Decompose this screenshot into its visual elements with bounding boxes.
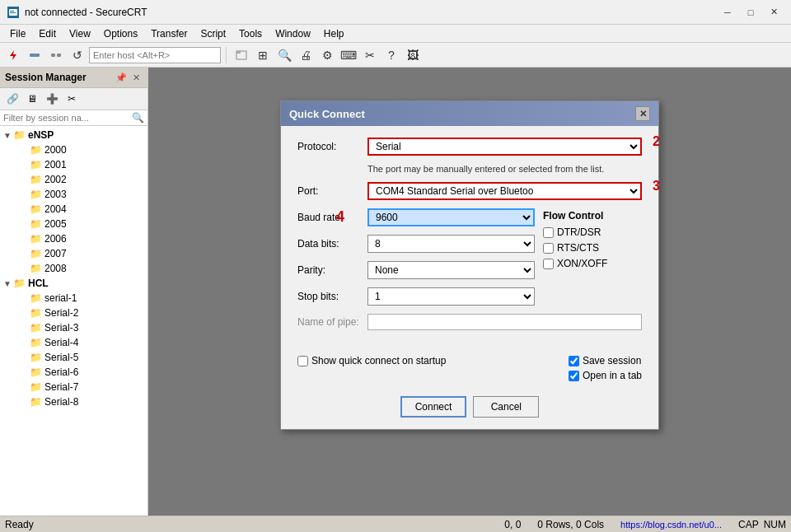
tree-group-ensp[interactable]: ▼ 📁 eNSP <box>0 128 147 142</box>
tree-item-2006[interactable]: 📁 2006 <box>0 231 147 246</box>
folder-serial7-icon: 📁 <box>30 381 42 393</box>
port-select[interactable]: COM4 Standard Serial over Bluetoo <box>367 182 642 200</box>
tree-item-serial6[interactable]: 📁 Serial-6 <box>0 365 147 380</box>
baud-select[interactable]: 9600 19200 38400 57600 115200 <box>367 208 535 226</box>
tree-item-2003[interactable]: 📁 2003 <box>0 187 147 202</box>
close-sidebar-icon[interactable]: ✕ <box>129 71 143 84</box>
open-in-tab-checkbox[interactable] <box>569 371 579 381</box>
tree-item-2008[interactable]: 📁 2008 <box>0 261 147 276</box>
tree-item-2005[interactable]: 📁 2005 <box>0 217 147 231</box>
rts-cts-label: RTS/CTS <box>557 242 599 254</box>
connect-quick-button[interactable] <box>3 45 23 65</box>
menu-script[interactable]: Script <box>194 26 232 41</box>
print-button[interactable]: 🖨 <box>296 45 316 65</box>
main-area: Session Manager 📌 ✕ 🔗 🖥 ➕ ✂ 🔍 ▼ 📁 eNSP <box>0 68 791 516</box>
tree-item-2007[interactable]: 📁 2007 <box>0 246 147 261</box>
reconnect-button[interactable]: ↺ <box>68 45 87 65</box>
status-bar: Ready 0, 0 0 Rows, 0 Cols https://blog.c… <box>0 516 791 532</box>
tree-label-ensp: eNSP <box>28 129 54 141</box>
pin-icon[interactable]: 📌 <box>115 71 128 84</box>
rts-cts-checkbox[interactable] <box>543 243 554 254</box>
baud-label: Baud rate: <box>297 212 367 223</box>
protocol-select[interactable]: Serial SSH2 Telnet <box>367 138 642 156</box>
tree-item-serial5[interactable]: 📁 Serial-5 <box>0 350 147 365</box>
svg-rect-3 <box>10 12 16 13</box>
tree-label-serial4: Serial-4 <box>44 337 78 348</box>
menu-file[interactable]: File <box>3 26 32 41</box>
keymap-button[interactable]: ⌨ <box>339 45 358 65</box>
parity-select[interactable]: None Odd Even Mark Space <box>367 261 535 279</box>
host-input[interactable] <box>89 47 221 63</box>
clone-button[interactable]: ⊞ <box>253 45 273 65</box>
dialog-content: Protocol: Serial SSH2 Telnet 2 The port … <box>281 126 658 350</box>
menu-tools[interactable]: Tools <box>232 26 269 41</box>
stopbits-select[interactable]: 1 1.5 2 <box>367 287 535 306</box>
dialog-close-button[interactable]: ✕ <box>635 106 650 121</box>
sidebar-header-icons: 📌 ✕ <box>115 71 143 84</box>
databits-row: Data bits: 8 7 6 5 <box>297 235 535 253</box>
stopbits-control: 1 1.5 2 <box>367 287 535 306</box>
show-quick-connect-checkbox[interactable] <box>297 356 308 366</box>
svg-point-6 <box>30 54 34 57</box>
maximize-button[interactable]: □ <box>740 4 761 21</box>
menu-help[interactable]: Help <box>317 26 351 41</box>
tree-item-2002[interactable]: 📁 2002 <box>0 172 147 187</box>
tree-item-2004[interactable]: 📁 2004 <box>0 202 147 217</box>
disconnect-button[interactable] <box>46 45 66 65</box>
new-tab-button[interactable] <box>232 45 251 65</box>
new-session-button[interactable]: 🖥 <box>23 91 41 107</box>
tree-item-2000[interactable]: 📁 2000 <box>0 142 147 157</box>
tree-item-2001[interactable]: 📁 2001 <box>0 157 147 172</box>
photo-button[interactable]: 🖼 <box>403 45 423 65</box>
dtr-dsr-checkbox[interactable] <box>543 227 554 238</box>
save-session-checkbox[interactable] <box>569 356 579 366</box>
connect-button[interactable]: Connect <box>400 396 467 418</box>
show-quick-connect-label: Show quick connect on startup <box>311 355 446 366</box>
annotation-4: 4 <box>336 208 344 226</box>
cancel-button[interactable]: Cancel <box>473 396 539 418</box>
expand-hcl-icon: ▼ <box>3 279 13 288</box>
svg-rect-2 <box>10 11 14 12</box>
tree-item-serial1[interactable]: 📁 serial-1 <box>0 291 147 306</box>
folder-serial4-icon: 📁 <box>30 337 42 348</box>
status-caps: CAP NUM <box>738 519 786 530</box>
pipe-input[interactable] <box>367 314 642 330</box>
folder-2007-icon: 📁 <box>30 248 42 259</box>
connect-session-button[interactable]: 🔗 <box>3 91 21 107</box>
menu-edit[interactable]: Edit <box>32 26 63 41</box>
protocol-control: Serial SSH2 Telnet <box>367 138 642 156</box>
rts-cts-row: RTS/CTS <box>543 242 642 254</box>
minimize-button[interactable]: ─ <box>717 4 738 21</box>
databits-select[interactable]: 8 7 6 5 <box>367 235 535 253</box>
connect-button[interactable] <box>25 45 44 65</box>
baud-control: 9600 19200 38400 57600 115200 4 <box>367 208 535 226</box>
tree-item-serial3[interactable]: 📁 Serial-3 <box>0 320 147 335</box>
save-session-label: Save session <box>583 355 641 366</box>
help-button[interactable]: ? <box>381 45 401 65</box>
xon-xoff-checkbox[interactable] <box>543 259 554 269</box>
tree-label-2006: 2006 <box>44 233 67 245</box>
cut-session-button[interactable]: ✂ <box>63 91 81 107</box>
menu-window[interactable]: Window <box>269 26 317 41</box>
menu-transfer[interactable]: Transfer <box>144 26 194 41</box>
tree-label-serial2: Serial-2 <box>44 307 78 319</box>
menu-options[interactable]: Options <box>97 26 144 41</box>
open-in-tab-row: Open in a tab <box>569 370 642 381</box>
close-button[interactable]: ✕ <box>763 4 784 21</box>
tree-label-2002: 2002 <box>44 174 67 185</box>
tree-item-serial2[interactable]: 📁 Serial-2 <box>0 306 147 320</box>
title-bar: not connected - SecureCRT ─ □ ✕ <box>0 0 791 25</box>
find-button[interactable]: 🔍 <box>274 45 294 65</box>
tree-group-hcl[interactable]: ▼ 📁 HCL <box>0 276 147 291</box>
tree-item-serial4[interactable]: 📁 Serial-4 <box>0 335 147 350</box>
settings-button[interactable]: ⚙ <box>317 45 337 65</box>
status-coords: 0, 0 <box>504 519 521 530</box>
menu-view[interactable]: View <box>63 26 97 41</box>
scripting-button[interactable]: ✂ <box>360 45 380 65</box>
port-row: Port: COM4 Standard Serial over Bluetoo … <box>297 182 642 200</box>
session-manager-panel: Session Manager 📌 ✕ 🔗 🖥 ➕ ✂ 🔍 ▼ 📁 eNSP <box>0 68 148 516</box>
filter-input[interactable] <box>3 113 132 123</box>
add-session-button[interactable]: ➕ <box>43 91 61 107</box>
tree-item-serial8[interactable]: 📁 Serial-8 <box>0 394 147 409</box>
tree-item-serial7[interactable]: 📁 Serial-7 <box>0 380 147 394</box>
